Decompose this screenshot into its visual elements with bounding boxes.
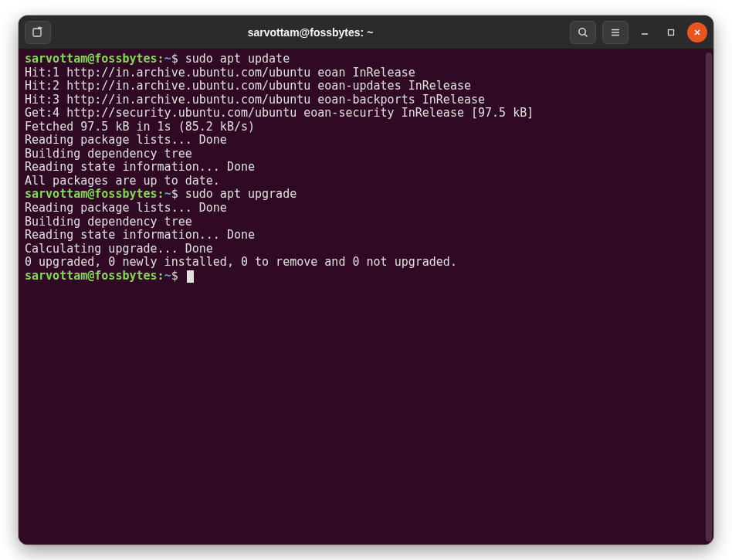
prompt-path: ~ <box>164 52 171 66</box>
output-line: Fetched 97.5 kB in 1s (85.2 kB/s) <box>25 120 707 134</box>
prompt-symbol: $ <box>171 187 178 201</box>
prompt-line: sarvottam@fossbytes:~$ sudo apt upgrade <box>25 188 707 202</box>
output-line: 0 upgraded, 0 newly installed, 0 to remo… <box>25 256 707 270</box>
output-line: Hit:1 http://in.archive.ubuntu.com/ubunt… <box>25 66 707 80</box>
output-line: Calculating upgrade... Done <box>25 243 707 256</box>
output-line: Reading package lists... Done <box>25 202 707 216</box>
terminal-content[interactable]: sarvottam@fossbytes:~$ sudo apt update H… <box>19 49 713 545</box>
output-line: Reading package lists... Done <box>25 134 707 148</box>
output-line: Hit:2 http://in.archive.ubuntu.com/ubunt… <box>25 80 707 93</box>
output-line: Hit:3 http://in.archive.ubuntu.com/ubunt… <box>25 93 707 107</box>
close-button[interactable] <box>687 22 707 42</box>
minimize-button[interactable] <box>635 22 655 42</box>
svg-rect-0 <box>33 29 41 36</box>
prompt-path: ~ <box>164 269 171 283</box>
maximize-icon <box>666 28 676 37</box>
close-icon <box>693 28 702 37</box>
search-button[interactable] <box>570 21 596 44</box>
prompt-symbol: $ <box>171 52 178 66</box>
prompt-line: sarvottam@fossbytes:~$ sudo apt update <box>25 53 707 66</box>
command-text: sudo apt update <box>185 52 290 66</box>
hamburger-icon <box>610 27 621 38</box>
search-icon <box>578 27 588 38</box>
svg-point-3 <box>579 28 585 34</box>
titlebar-right <box>570 21 707 44</box>
titlebar-left <box>25 21 51 44</box>
menu-button[interactable] <box>602 21 629 44</box>
maximize-button[interactable] <box>661 22 681 42</box>
terminal-window: sarvottam@fossbytes: ~ sarvottam@fossbyt… <box>19 15 713 545</box>
svg-rect-9 <box>669 29 674 35</box>
prompt-symbol: $ <box>171 269 178 283</box>
prompt-line: sarvottam@fossbytes:~$ <box>25 270 707 283</box>
prompt-path: ~ <box>164 187 171 201</box>
prompt-user-host: sarvottam@fossbytes <box>25 187 158 201</box>
svg-line-4 <box>585 34 587 36</box>
output-line: Reading state information... Done <box>25 161 707 175</box>
output-line: All packages are up to date. <box>25 175 707 188</box>
output-line: Get:4 http://security.ubuntu.com/ubuntu … <box>25 107 707 120</box>
new-tab-button[interactable] <box>25 21 51 44</box>
output-line: Building dependency tree <box>25 148 707 161</box>
output-line: Building dependency tree <box>25 216 707 229</box>
scrollbar[interactable] <box>706 53 712 541</box>
output-line: Reading state information... Done <box>25 229 707 243</box>
window-title: sarvottam@fossbytes: ~ <box>51 26 570 39</box>
new-tab-icon <box>32 26 44 39</box>
prompt-user-host: sarvottam@fossbytes <box>25 52 158 66</box>
prompt-user-host: sarvottam@fossbytes <box>25 269 158 283</box>
minimize-icon <box>640 28 649 37</box>
cursor <box>187 270 194 283</box>
titlebar: sarvottam@fossbytes: ~ <box>19 15 713 49</box>
command-text: sudo apt upgrade <box>185 187 297 201</box>
